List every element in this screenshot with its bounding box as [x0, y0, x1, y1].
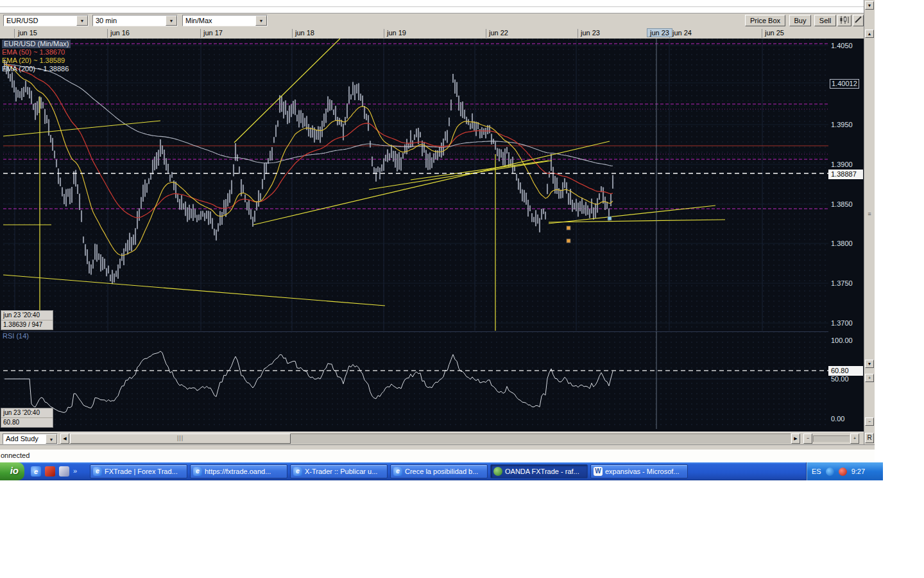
bottom-toolbar: Add Study ▼ ◀ ||| ▶ − +: [0, 432, 864, 445]
price-box-button[interactable]: Price Box: [745, 15, 785, 26]
taskbar-button[interactable]: eCrece la posibilidad b...: [390, 464, 488, 478]
vertical-scroll-strip: ▼ ▲ ≡ ▼ + − R: [864, 0, 875, 444]
legend-entry: EMA (200) ~ 1.38886: [2, 65, 69, 73]
fxtrade-window: EUR/USD ▼ 30 min ▼ Min/Max ▼ Price Box B…: [0, 0, 875, 461]
date-label[interactable]: jun 23: [647, 28, 672, 37]
hzoom-slider[interactable]: [813, 435, 850, 442]
reset-button[interactable]: R: [865, 433, 874, 443]
price-label: 1.3750: [831, 279, 853, 288]
date-tick: [292, 29, 293, 38]
instrument-value: EUR/USD: [6, 17, 38, 24]
price-label: 100.00: [831, 337, 853, 345]
date-tick: [384, 29, 384, 38]
chart-type-icon-button[interactable]: [837, 15, 851, 26]
window-top-strip: [0, 0, 864, 13]
tray-alert-icon[interactable]: [839, 468, 847, 476]
quicklaunch-overflow-icon[interactable]: »: [73, 467, 77, 475]
draw-line-icon-button[interactable]: [853, 15, 864, 26]
date-axis[interactable]: jun 15jun 16jun 17jun 18jun 19jun 22jun …: [0, 28, 864, 39]
price-label: 1.38887: [828, 170, 863, 179]
interval-select[interactable]: 30 min ▼: [92, 15, 178, 26]
scroll-down-icon[interactable]: ▼: [865, 1, 874, 10]
add-study-value: Add Study: [6, 435, 38, 442]
chart-style-select[interactable]: Min/Max ▼: [182, 15, 268, 26]
buy-button[interactable]: Buy: [789, 15, 811, 26]
task-label: https://fxtrade.oand...: [205, 468, 271, 475]
crosshair-price: 1.38639 / 947: [1, 320, 53, 329]
date-label[interactable]: jun 16: [110, 29, 130, 37]
instrument-select[interactable]: EUR/USD ▼: [3, 15, 89, 26]
thumb-grip: |||: [177, 435, 184, 441]
taskbar-button[interactable]: OANDA FXTrade - raf...: [490, 464, 588, 478]
chevron-down-icon[interactable]: ▼: [255, 15, 267, 26]
rsi-label: RSI (14): [3, 332, 29, 340]
taskbar: io e » eFXTrade | Forex Trad...ehttps://…: [0, 462, 883, 480]
date-label[interactable]: jun 15: [18, 29, 37, 37]
date-label[interactable]: jun 18: [295, 29, 314, 37]
taskbar-button[interactable]: Wexpansivas - Microsof...: [590, 464, 688, 478]
add-study-select[interactable]: Add Study ▼: [3, 434, 58, 444]
rsi-panel[interactable]: RSI (14) jun 23 '20:40 60.80: [0, 331, 828, 432]
scrollbar-thumb[interactable]: |||: [70, 434, 291, 444]
price-label: 1.4050: [831, 42, 853, 50]
app-quicklaunch-icon[interactable]: [45, 466, 55, 477]
task-label: FXTrade | Forex Trad...: [105, 468, 178, 475]
chevron-down-icon[interactable]: ▼: [46, 434, 57, 444]
date-label[interactable]: jun 19: [387, 29, 406, 37]
viewer-quicklaunch-icon[interactable]: [59, 466, 69, 477]
task-label: OANDA FXTrade - raf...: [505, 468, 579, 475]
price-label: 0.00: [831, 415, 844, 423]
crosshair-info-box: jun 23 '20:40 1.38639 / 947: [1, 310, 53, 330]
date-label[interactable]: jun 25: [765, 29, 784, 37]
zoom-in-button[interactable]: +: [865, 374, 874, 382]
legend-entry: EMA (50) ~ 1.38670: [2, 48, 65, 57]
zoom-out-button[interactable]: −: [865, 417, 874, 426]
clock: 9:27: [851, 468, 865, 475]
price-label: 1.3700: [831, 319, 853, 328]
ie-icon: e: [193, 467, 202, 476]
price-chart[interactable]: EUR/USD (Min/Max)EMA (50) ~ 1.38670EMA (…: [0, 39, 828, 331]
start-button[interactable]: io: [0, 462, 24, 480]
task-label: expansivas - Microsof...: [605, 468, 680, 475]
date-label[interactable]: jun 23: [581, 29, 600, 37]
splitter-handle[interactable]: ≡: [865, 211, 874, 217]
date-label[interactable]: jun 24: [672, 29, 692, 37]
price-label: 50.00: [831, 375, 849, 383]
price-chart-canvas[interactable]: [3, 39, 828, 331]
date-tick: [578, 29, 578, 38]
ie-icon: e: [293, 467, 302, 476]
scroll-up-icon[interactable]: ▲: [865, 30, 874, 38]
price-label: 60.80: [828, 366, 863, 376]
scroll-down2-icon[interactable]: ▼: [865, 360, 874, 368]
system-tray: ES 9:27: [806, 462, 883, 480]
chevron-down-icon[interactable]: ▼: [76, 15, 88, 26]
language-indicator[interactable]: ES: [812, 468, 821, 475]
date-tick: [486, 29, 486, 38]
rsi-canvas[interactable]: [3, 331, 828, 429]
price-axis[interactable]: 1.40501.400121.39501.39001.388871.38501.…: [828, 39, 864, 432]
taskbar-button[interactable]: eX-Trader :: Publicar u...: [290, 464, 388, 478]
horizontal-scrollbar[interactable]: |||: [70, 434, 791, 444]
tray-network-icon[interactable]: [826, 468, 834, 476]
chevron-down-icon[interactable]: ▼: [166, 15, 177, 26]
hzoom-out-button[interactable]: −: [803, 434, 812, 444]
interval-value: 30 min: [96, 17, 117, 24]
date-label[interactable]: jun 22: [489, 29, 508, 37]
taskbar-button[interactable]: ehttps://fxtrade.oand...: [190, 464, 287, 478]
chart-style-value: Min/Max: [185, 17, 212, 24]
ie-quicklaunch-icon[interactable]: e: [31, 466, 41, 477]
date-tick: [200, 29, 201, 38]
candlestick-icon: [839, 15, 850, 24]
rsi-crosshair-info-box: jun 23 '20:40 60.80: [1, 408, 53, 428]
scroll-right-icon[interactable]: ▶: [791, 434, 800, 444]
rsi-crosshair-value: 60.80: [1, 418, 53, 427]
hzoom-in-button[interactable]: +: [850, 434, 859, 444]
sell-button[interactable]: Sell: [814, 15, 836, 26]
date-label[interactable]: jun 17: [203, 29, 223, 37]
pencil-icon: [854, 15, 862, 24]
scroll-left-icon[interactable]: ◀: [60, 434, 69, 444]
price-label: 1.3850: [831, 200, 853, 209]
taskbar-button[interactable]: eFXTrade | Forex Trad...: [90, 464, 187, 478]
word-icon: W: [594, 467, 603, 476]
divider: [0, 6, 864, 7]
